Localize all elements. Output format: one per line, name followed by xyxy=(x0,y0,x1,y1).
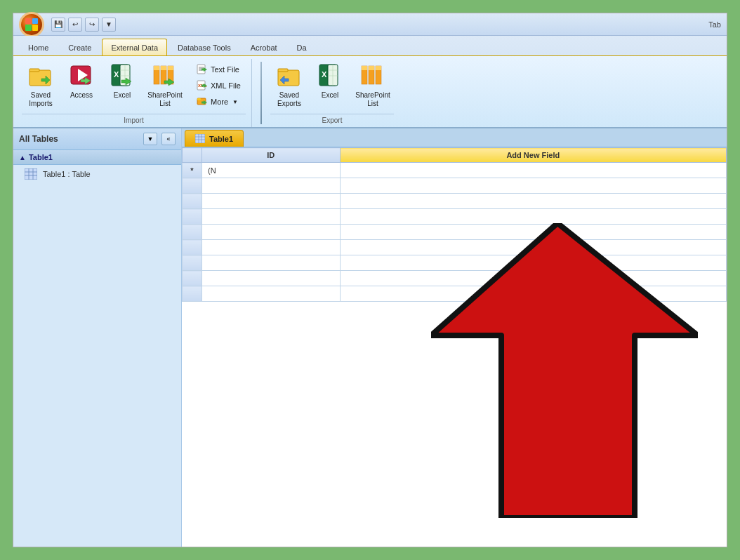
saved-exports-button[interactable]: SavedExports xyxy=(270,59,308,111)
table-row-empty-8 xyxy=(183,286,727,302)
table-row: * (N xyxy=(183,163,727,178)
ribbon-group-import: SavedImports xyxy=(19,59,252,127)
svg-text:X: X xyxy=(114,70,119,79)
tab-create[interactable]: Create xyxy=(59,39,100,55)
table-row-empty-2 xyxy=(183,194,727,209)
data-table: ID Add New Field * (N xyxy=(182,147,727,302)
undo-button[interactable]: ↩ xyxy=(68,18,82,32)
redo-button[interactable]: ↪ xyxy=(85,18,99,32)
svg-rect-29 xyxy=(197,98,201,100)
sharepoint-export-button[interactable]: SharePointList xyxy=(352,59,394,111)
nav-panel-header: All Tables ▼ « xyxy=(13,128,181,150)
more-import-label: More xyxy=(211,98,228,106)
excel-export-button[interactable]: X Excel xyxy=(311,59,349,102)
nav-section-table1[interactable]: ▲ Table1 xyxy=(13,150,181,165)
id-empty8[interactable] xyxy=(202,286,341,302)
saved-exports-label: SavedExports xyxy=(277,91,301,108)
svg-rect-32 xyxy=(278,69,288,72)
table-row-empty-1 xyxy=(183,178,727,194)
id-empty7[interactable] xyxy=(202,271,341,286)
sharepoint-export-label: SharePointList xyxy=(355,91,390,108)
nav-panel: All Tables ▼ « ▲ Table1 Tab xyxy=(13,128,182,547)
table-row-empty-3 xyxy=(183,209,727,225)
sharepoint-import-label: SharePointList xyxy=(147,91,182,108)
qa-more-button[interactable]: ▼ xyxy=(102,18,116,32)
tab-da[interactable]: Da xyxy=(288,39,316,55)
export-group-label: Export xyxy=(270,114,394,127)
app-window: 💾 ↩ ↪ ▼ Tab Home Create External Data Da… xyxy=(13,13,727,547)
table1-tab[interactable]: Table1 xyxy=(185,130,244,147)
svg-text:X: X xyxy=(322,70,327,79)
svg-rect-17 xyxy=(161,66,166,70)
saved-imports-button[interactable]: SavedImports xyxy=(22,59,60,111)
svg-rect-44 xyxy=(369,66,374,70)
xml-file-icon: XML xyxy=(197,80,208,91)
id-empty3[interactable] xyxy=(202,209,341,225)
id-empty1[interactable] xyxy=(202,178,341,194)
saved-imports-icon xyxy=(27,62,54,88)
text-file-button[interactable]: Text File xyxy=(192,62,246,77)
id-column-header: ID xyxy=(202,148,341,163)
access-button[interactable]: Access xyxy=(62,59,100,102)
xml-file-label: XML File xyxy=(211,81,241,90)
save-quick-button[interactable]: 💾 xyxy=(51,18,65,32)
excel-import-icon: X xyxy=(109,62,136,88)
nav-filter-button[interactable]: ▼ xyxy=(143,133,157,145)
office-button[interactable] xyxy=(19,12,44,37)
new-field-empty7[interactable] xyxy=(340,271,726,286)
access-icon xyxy=(68,62,95,88)
nav-collapse-button[interactable]: « xyxy=(161,133,176,145)
window-title: Tab xyxy=(708,20,721,29)
text-file-label: Text File xyxy=(211,65,239,74)
svg-rect-1 xyxy=(29,69,39,72)
excel-export-icon: X xyxy=(317,62,343,88)
svg-rect-45 xyxy=(376,66,381,70)
table-icon xyxy=(25,168,37,180)
more-import-stack: Text File XML XML File xyxy=(192,59,246,109)
row-selector-empty3 xyxy=(183,209,202,225)
id-cell[interactable]: (N xyxy=(202,163,341,178)
row-selector-empty5 xyxy=(183,240,202,255)
table-area: Table1 ID Add New Field * xyxy=(182,128,727,547)
new-field-empty1[interactable] xyxy=(340,178,726,194)
new-field-empty8[interactable] xyxy=(340,286,726,302)
main-content: All Tables ▼ « ▲ Table1 Tab xyxy=(13,128,727,547)
data-table-container[interactable]: ID Add New Field * (N xyxy=(182,147,727,547)
new-field-empty5[interactable] xyxy=(340,240,726,255)
svg-rect-16 xyxy=(154,66,159,70)
nav-item-table1[interactable]: Table1 : Table xyxy=(13,165,181,183)
id-empty5[interactable] xyxy=(202,240,341,255)
tab-external-data[interactable]: External Data xyxy=(102,39,167,55)
id-empty4[interactable] xyxy=(202,225,341,240)
id-empty6[interactable] xyxy=(202,255,341,271)
quick-access-toolbar: 💾 ↩ ↪ ▼ xyxy=(51,18,116,32)
more-import-button[interactable]: More ▼ xyxy=(192,94,246,109)
tab-database-tools[interactable]: Database Tools xyxy=(169,39,240,55)
xml-file-button[interactable]: XML XML File xyxy=(192,78,246,93)
new-field-empty6[interactable] xyxy=(340,255,726,271)
more-import-icon xyxy=(197,96,208,107)
new-field-empty4[interactable] xyxy=(340,225,726,240)
svg-rect-46 xyxy=(25,168,37,180)
svg-rect-31 xyxy=(278,70,299,86)
sharepoint-export-icon xyxy=(359,62,386,88)
new-field-empty2[interactable] xyxy=(340,194,726,209)
new-field-empty3[interactable] xyxy=(340,209,726,225)
table-row-empty-7 xyxy=(183,271,727,286)
svg-rect-51 xyxy=(195,134,205,143)
nav-panel-title: All Tables xyxy=(19,134,139,144)
tab-home[interactable]: Home xyxy=(19,39,58,55)
svg-rect-18 xyxy=(168,66,173,70)
id-empty2[interactable] xyxy=(202,194,341,209)
new-field-cell[interactable] xyxy=(340,163,726,178)
row-selector-empty2 xyxy=(183,194,202,209)
nav-section-label: Table1 xyxy=(29,153,53,161)
table-row-empty-6 xyxy=(183,255,727,271)
sharepoint-import-button[interactable]: SharePointList xyxy=(144,59,186,111)
nav-item-table1-label: Table1 : Table xyxy=(43,170,91,178)
excel-import-button[interactable]: X Excel xyxy=(103,59,141,102)
tab-acrobat[interactable]: Acrobat xyxy=(242,39,286,55)
row-selector-empty4 xyxy=(183,225,202,240)
saved-imports-label: SavedImports xyxy=(29,91,52,108)
row-selector-empty6 xyxy=(183,255,202,271)
